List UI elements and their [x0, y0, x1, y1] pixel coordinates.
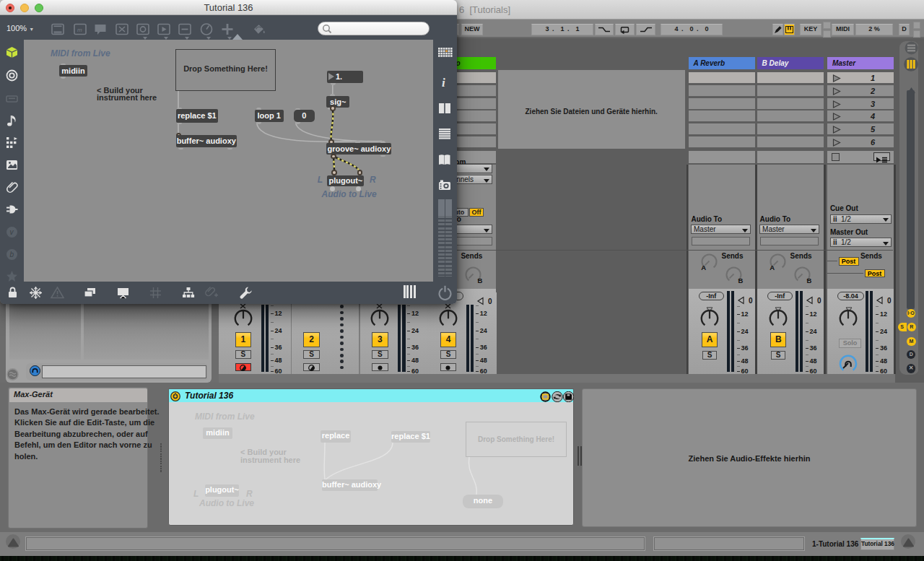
svg-text:0: 0 [488, 297, 492, 305]
svg-text:0: 0 [887, 297, 892, 305]
svg-text:A: A [701, 264, 706, 271]
svg-text:B: B [807, 277, 812, 284]
svg-text:B: B [738, 277, 744, 284]
svg-text:B: B [478, 277, 483, 284]
svg-text:0: 0 [749, 297, 753, 305]
svg-text:A: A [770, 264, 775, 271]
svg-text:0: 0 [817, 297, 821, 305]
